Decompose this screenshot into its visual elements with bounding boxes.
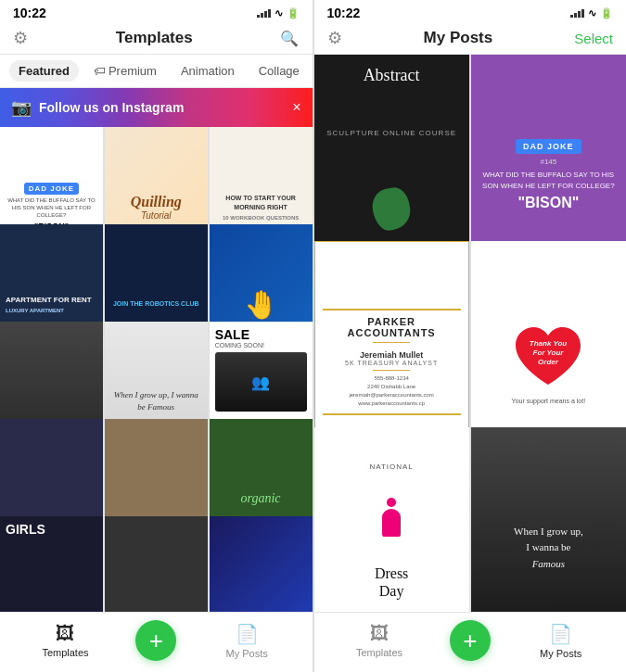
plus-icon-left: + bbox=[149, 627, 163, 655]
nav-myposts-right[interactable]: 📄 My Posts bbox=[538, 623, 584, 659]
abstract-sculpture bbox=[366, 181, 417, 236]
myposts-icon-left: 📄 bbox=[236, 623, 259, 645]
template-plain-dark[interactable] bbox=[105, 516, 208, 612]
tab-collage[interactable]: Collage bbox=[249, 60, 309, 82]
dad-question-purple: WHAT DID THE BUFFALO SAY TO HIS SON WHEN… bbox=[479, 170, 619, 190]
nav-myposts-label-left: My Posts bbox=[225, 648, 267, 659]
battery-icon-right: 🔋 bbox=[600, 7, 613, 19]
nav-templates-label-left: Templates bbox=[42, 647, 88, 658]
post-dress-day[interactable]: National DressDay March 4th bbox=[314, 427, 469, 612]
quilling-title: Quilling bbox=[131, 194, 182, 210]
nav-templates-right[interactable]: 🖼 Templates bbox=[356, 623, 402, 658]
template-graphic[interactable]: GRAPHIC bbox=[210, 516, 313, 612]
parker-name: Jeremiah Mullet bbox=[360, 350, 423, 360]
dress-day-national: National bbox=[369, 463, 413, 471]
sale-sub: COMING SOON! bbox=[215, 342, 264, 349]
parker-divider-2 bbox=[373, 370, 410, 371]
dad-answer-purple: "BISON" bbox=[517, 195, 579, 211]
battery-icon: 🔋 bbox=[287, 7, 300, 19]
signal-icon-right bbox=[570, 9, 584, 18]
heart-svg: Thank You For Your Order bbox=[506, 320, 590, 394]
settings-icon-right[interactable]: ⚙ bbox=[327, 28, 342, 48]
famous-right-text: When I grow up,I wanna beFamous bbox=[514, 524, 583, 573]
svg-text:Thank You: Thank You bbox=[530, 339, 568, 348]
nav-add-btn-right[interactable]: + bbox=[450, 620, 491, 661]
hand-emoji: 🤚 bbox=[244, 288, 278, 321]
bottom-nav-right: 🖼 Templates + 📄 My Posts bbox=[314, 612, 627, 672]
template-girls[interactable]: GIRLS bbox=[0, 516, 103, 612]
abstract-subtitle: Sculpture Online Course bbox=[326, 129, 456, 137]
posts-grid: Abstract Sculpture Online Course Enroll … bbox=[314, 55, 627, 612]
insta-banner-text: Follow us on Instagram bbox=[39, 100, 184, 115]
plus-icon-right: + bbox=[463, 627, 477, 655]
nav-templates-label-right: Templates bbox=[356, 647, 402, 658]
girls-text: GIRLS bbox=[6, 522, 45, 537]
wifi-icon-right: ∿ bbox=[588, 7, 596, 19]
post-famous-right[interactable]: When I grow up,I wanna beFamous bbox=[471, 427, 626, 612]
myposts-icon-right: 📄 bbox=[549, 623, 572, 645]
apartment-sub: LUXURY APARTMENT bbox=[6, 308, 97, 313]
right-panel: 10:22 ∿ 🔋 ⚙ My Posts Select Abstract Scu… bbox=[313, 0, 627, 672]
nav-templates-left[interactable]: 🖼 Templates bbox=[42, 623, 88, 658]
wifi-icon: ∿ bbox=[275, 7, 283, 19]
svg-text:For Your: For Your bbox=[533, 349, 565, 357]
abstract-title-text: Abstract bbox=[364, 66, 420, 85]
signal-icon bbox=[257, 9, 271, 18]
apartment-text: APARTMENT FOR RENT bbox=[6, 295, 97, 305]
status-icons-left: ∿ 🔋 bbox=[257, 7, 300, 19]
instagram-icon: 📷 bbox=[11, 97, 32, 118]
tab-featured[interactable]: Featured bbox=[9, 60, 79, 82]
select-button[interactable]: Select bbox=[574, 31, 613, 46]
parker-divider bbox=[373, 342, 410, 343]
tab-animation[interactable]: Animation bbox=[172, 60, 244, 82]
app-header-right: ⚙ My Posts Select bbox=[314, 24, 627, 55]
header-title-left: Templates bbox=[116, 29, 193, 47]
parker-details: 555-888-12342240 Dishabb Lanejeremiah@pa… bbox=[349, 374, 433, 408]
status-bar-right: 10:22 ∿ 🔋 bbox=[314, 0, 627, 24]
dress-figure bbox=[378, 498, 404, 537]
status-time-left: 10:22 bbox=[13, 6, 46, 20]
templates-icon-left: 🖼 bbox=[56, 623, 74, 644]
how-to-text: HOW TO START YOUR MORNING RIGHT bbox=[215, 194, 307, 212]
tabs-row-left: Featured 🏷 Premium Animation Collage bbox=[0, 55, 313, 88]
status-time-right: 10:22 bbox=[327, 6, 361, 20]
organic-text: organic bbox=[241, 491, 281, 506]
bottom-nav-left: 🖼 Templates + 📄 My Posts bbox=[0, 612, 313, 672]
parker-title: PARKER ACCOUNTANTS bbox=[323, 316, 461, 338]
join-text: JOIN THE ROBOTICS CLUB bbox=[113, 299, 199, 309]
dad-num: #145 bbox=[540, 158, 556, 166]
dress-day-title: DressDay bbox=[375, 564, 408, 600]
thank-you-sub: Your support means a lot! bbox=[512, 398, 586, 404]
insta-banner-close[interactable]: × bbox=[292, 99, 300, 116]
template-grid: DAD JOKE WHAT DID THE BUFFALO SAY TO HIS… bbox=[0, 127, 313, 612]
premium-star-icon: 🏷 bbox=[94, 64, 106, 78]
app-header-left: ⚙ Templates 🔍 bbox=[0, 24, 313, 55]
settings-icon[interactable]: ⚙ bbox=[13, 28, 28, 48]
when-i-text: When I grow up, I wanna be Famous bbox=[110, 389, 202, 414]
parker-role: 5K TREASURY ANALYST bbox=[345, 360, 438, 366]
sale-title: SALE bbox=[215, 327, 249, 342]
left-panel: 10:22 ∿ 🔋 ⚙ Templates 🔍 Featured 🏷 Premi… bbox=[0, 0, 313, 672]
sale-image-icon: 👥 bbox=[251, 374, 270, 391]
status-bar-left: 10:22 ∿ 🔋 bbox=[0, 0, 313, 24]
svg-text:Order: Order bbox=[538, 358, 559, 366]
nav-myposts-left[interactable]: 📄 My Posts bbox=[224, 623, 270, 659]
dad-badge-purple: DAD JOKE bbox=[516, 139, 581, 154]
templates-icon-right: 🖼 bbox=[370, 623, 389, 644]
header-title-right: My Posts bbox=[424, 29, 493, 47]
status-icons-right: ∿ 🔋 bbox=[570, 7, 613, 19]
tab-premium[interactable]: 🏷 Premium bbox=[84, 60, 166, 82]
quilling-subtitle: Tutorial bbox=[131, 210, 182, 221]
dad-badge: DAD JOKE bbox=[24, 183, 79, 195]
insta-banner-content: 📷 Follow us on Instagram bbox=[11, 97, 184, 118]
instagram-banner[interactable]: 📷 Follow us on Instagram × bbox=[0, 88, 313, 127]
dad-question: WHAT DID THE BUFFALO SAY TO HIS SON WHEN… bbox=[6, 197, 97, 219]
search-icon[interactable]: 🔍 bbox=[280, 30, 299, 47]
nav-myposts-label-right: My Posts bbox=[540, 648, 581, 659]
how-to-sub: 10 WORKBOOK QUESTIONS bbox=[223, 215, 299, 221]
nav-add-btn-left[interactable]: + bbox=[135, 620, 176, 661]
